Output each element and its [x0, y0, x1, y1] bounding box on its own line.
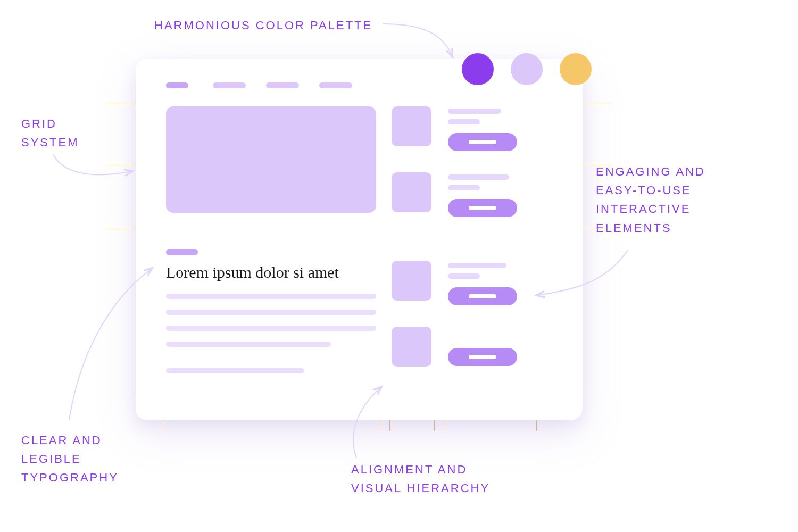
list-item [448, 263, 517, 305]
thumb-card[interactable] [392, 172, 431, 212]
cta-button-label [469, 206, 496, 210]
list-line [448, 263, 506, 268]
list-item [448, 345, 517, 366]
label-alignment: ALIGNMENT AND VISUAL HIERARCHY [351, 460, 490, 497]
list-line [448, 185, 480, 190]
nav-item[interactable] [213, 82, 246, 88]
label-palette: HARMONIOUS COLOR PALETTE [154, 16, 372, 35]
swatch-light [511, 53, 543, 85]
list-line [448, 119, 480, 124]
body-line [166, 342, 331, 347]
cta-button-label [469, 294, 496, 298]
nav-logo[interactable] [166, 82, 188, 88]
cta-button-label [469, 140, 496, 144]
body-line [166, 368, 304, 373]
thumb-card[interactable] [392, 261, 431, 301]
list-line [448, 174, 509, 180]
label-interactive: ENGAGING AND EASY-TO-USE INTERACTIVE ELE… [596, 162, 705, 237]
label-grid: GRID SYSTEM [21, 114, 79, 152]
thumb-card[interactable] [392, 106, 431, 146]
label-typography: CLEAR AND LEGIBLE TYPOGRAPHY [21, 431, 119, 487]
cta-button[interactable] [448, 287, 517, 305]
list-item [448, 174, 517, 217]
list-item [448, 109, 517, 151]
cta-button[interactable] [448, 348, 517, 366]
cta-button-label [469, 355, 496, 359]
cta-button[interactable] [448, 133, 517, 151]
list-line [448, 273, 480, 279]
body-heading: Lorem ipsum dolor si amet [166, 263, 339, 281]
body-line [166, 310, 376, 315]
list-line [448, 109, 501, 114]
thumb-card[interactable] [392, 327, 431, 367]
swatch-accent [560, 53, 592, 85]
arrow-palette [383, 24, 452, 56]
hero-block [166, 106, 376, 213]
body-tag [166, 249, 198, 255]
body-line [166, 326, 376, 331]
cta-button[interactable] [448, 199, 517, 217]
swatch-primary [462, 53, 494, 85]
nav-row [166, 82, 352, 88]
nav-item[interactable] [266, 82, 299, 88]
body-line [166, 294, 376, 299]
nav-item[interactable] [319, 82, 352, 88]
